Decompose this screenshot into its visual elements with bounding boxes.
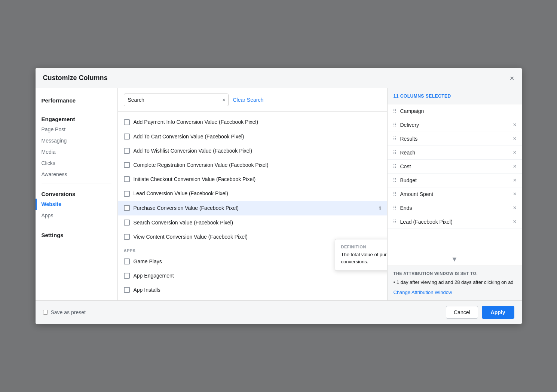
drag-handle-icon[interactable]: ⠿ <box>393 122 397 128</box>
tooltip-title: DEFINITION <box>341 245 387 249</box>
modal-body: Performance Engagement Page Post Messagi… <box>36 88 522 300</box>
info-icon[interactable]: ℹ <box>379 205 381 212</box>
remove-results-button[interactable]: × <box>513 136 516 142</box>
selected-item-label: Ends <box>400 205 509 211</box>
apply-button[interactable]: Apply <box>482 306 514 319</box>
sidebar-section-settings: Settings <box>36 229 117 240</box>
selected-item-label: Budget <box>400 177 509 183</box>
selected-item-lead-pixel: ⠿ Lead (Facebook Pixel) × <box>388 215 522 229</box>
tooltip-text: The total value of purchase (Facebook pi… <box>341 251 387 265</box>
save-preset-checkbox[interactable] <box>43 310 48 315</box>
list-item[interactable]: Complete Registration Conversion Value (… <box>118 158 387 172</box>
modal-title: Customize Columns <box>43 74 108 82</box>
drag-handle-icon[interactable]: ⠿ <box>393 177 397 183</box>
column-label: App Installs <box>134 287 160 293</box>
cancel-button[interactable]: Cancel <box>446 306 478 319</box>
remove-ends-button[interactable]: × <box>513 205 516 211</box>
drag-handle-icon[interactable]: ⠿ <box>393 108 397 114</box>
sidebar-item-website[interactable]: Website <box>36 199 117 210</box>
checkbox-lead[interactable] <box>124 191 130 197</box>
column-label: Add To Wishlist Conversion Value (Facebo… <box>134 147 253 154</box>
sidebar-section-performance: Performance <box>36 94 117 105</box>
list-item[interactable]: Add To Cart Conversion Value (Facebook P… <box>118 129 387 144</box>
selected-item-delivery: ⠿ Delivery × <box>388 118 522 132</box>
search-input-wrapper: × <box>124 94 229 106</box>
remove-lead-pixel-button[interactable]: × <box>513 219 516 225</box>
selected-item-amount-spent: ⠿ Amount Spent × <box>388 187 522 201</box>
search-input[interactable] <box>124 94 229 106</box>
remove-budget-button[interactable]: × <box>513 177 516 183</box>
column-label: Lead Conversion Value (Facebook Pixel) <box>134 190 228 197</box>
selected-columns-list: ⠿ Campaign ⠿ Delivery × ⠿ Results × ⠿ <box>388 104 522 253</box>
drag-handle-icon[interactable]: ⠿ <box>393 205 397 211</box>
columns-list: Add Payment Info Conversion Value (Faceb… <box>118 112 387 300</box>
remove-cost-button[interactable]: × <box>513 163 516 169</box>
list-item[interactable]: Add To Wishlist Conversion Value (Facebo… <box>118 144 387 158</box>
main-content: × Clear Search Add Payment Info Conversi… <box>118 88 387 300</box>
drag-handle-icon[interactable]: ⠿ <box>393 163 397 169</box>
checkbox-app-engagement[interactable] <box>124 273 130 279</box>
selected-columns-header: 11 COLUMNS SELECTED <box>388 88 522 104</box>
checkbox-game-plays[interactable] <box>124 258 130 264</box>
selected-item-label: Amount Spent <box>400 191 509 197</box>
list-item[interactable]: App Installs <box>118 283 387 297</box>
checkbox-complete-reg[interactable] <box>124 162 130 168</box>
sidebar-item-page-post[interactable]: Page Post <box>36 124 117 135</box>
list-item[interactable]: Add Payment Info Conversion Value (Faceb… <box>118 115 387 129</box>
selected-item-label: Results <box>400 136 509 142</box>
sidebar-item-media[interactable]: Media <box>36 146 117 157</box>
list-item[interactable]: Search Conversion Value (Facebook Pixel) <box>118 215 387 230</box>
change-attribution-window-link[interactable]: Change Attribution Window <box>394 290 452 295</box>
customize-columns-modal: Customize Columns × Performance Engageme… <box>36 68 522 324</box>
list-item[interactable]: Lead Conversion Value (Facebook Pixel) <box>118 186 387 200</box>
checkbox-search-conv[interactable] <box>124 220 130 226</box>
sidebar: Performance Engagement Page Post Messagi… <box>36 88 118 300</box>
column-label: Initiate Checkout Conversion Value (Face… <box>134 176 256 183</box>
sidebar-item-apps[interactable]: Apps <box>36 210 117 221</box>
checkbox-app-installs[interactable] <box>124 287 130 293</box>
checkbox-add-payment[interactable] <box>124 119 130 125</box>
sidebar-section-engagement: Engagement <box>36 113 117 124</box>
scroll-down-indicator: ▼ <box>388 253 522 266</box>
sidebar-section-conversions: Conversions <box>36 188 117 199</box>
attribution-section: THE ATTRIBUTION WINDOW IS SET TO: • 1 da… <box>388 266 522 300</box>
remove-amount-spent-button[interactable]: × <box>513 191 516 197</box>
selected-item-results: ⠿ Results × <box>388 132 522 146</box>
close-button[interactable]: × <box>510 74 514 82</box>
selected-item-label: Campaign <box>400 108 517 114</box>
list-item-purchase[interactable]: Purchase Conversion Value (Facebook Pixe… <box>118 201 387 215</box>
checkbox-add-wishlist[interactable] <box>124 148 130 154</box>
selected-item-cost: ⠿ Cost × <box>388 160 522 174</box>
remove-reach-button[interactable]: × <box>513 150 516 156</box>
checkbox-view-content[interactable] <box>124 234 130 240</box>
sidebar-item-messaging[interactable]: Messaging <box>36 135 117 146</box>
sidebar-item-clicks[interactable]: Clicks <box>36 157 117 169</box>
checkbox-initiate-checkout[interactable] <box>124 176 130 182</box>
tooltip-box: DEFINITION The total value of purchase (… <box>335 239 387 270</box>
column-label-purchase: Purchase Conversion Value (Facebook Pixe… <box>134 205 239 211</box>
checkbox-purchase[interactable] <box>124 205 130 211</box>
sidebar-item-awareness[interactable]: Awareness <box>36 169 117 180</box>
list-item[interactable]: App Engagement <box>118 269 387 283</box>
selected-item-label: Lead (Facebook Pixel) <box>400 219 509 225</box>
column-label: App Engagement <box>134 272 174 279</box>
drag-handle-icon[interactable]: ⠿ <box>393 219 397 225</box>
list-item[interactable]: Initiate Checkout Conversion Value (Face… <box>118 172 387 186</box>
drag-handle-icon[interactable]: ⠿ <box>393 136 397 142</box>
selected-item-label: Delivery <box>400 122 509 128</box>
column-label: Add To Cart Conversion Value (Facebook P… <box>134 133 244 140</box>
column-label: Search Conversion Value (Facebook Pixel) <box>134 219 233 226</box>
right-panel: 11 COLUMNS SELECTED ⠿ Campaign ⠿ Deliver… <box>387 88 522 300</box>
selected-item-reach: ⠿ Reach × <box>388 146 522 160</box>
search-clear-x-icon[interactable]: × <box>222 97 225 103</box>
checkbox-add-cart[interactable] <box>124 134 130 140</box>
drag-handle-icon[interactable]: ⠿ <box>393 150 397 156</box>
drag-handle-icon[interactable]: ⠿ <box>393 191 397 197</box>
clear-search-button[interactable]: Clear Search <box>233 97 264 103</box>
sidebar-divider-1 <box>42 109 111 109</box>
column-label: Game Plays <box>134 258 162 265</box>
sidebar-divider-3 <box>42 225 111 225</box>
remove-delivery-button[interactable]: × <box>513 122 516 128</box>
selected-item-campaign: ⠿ Campaign <box>388 104 522 118</box>
selected-item-label: Reach <box>400 150 509 156</box>
